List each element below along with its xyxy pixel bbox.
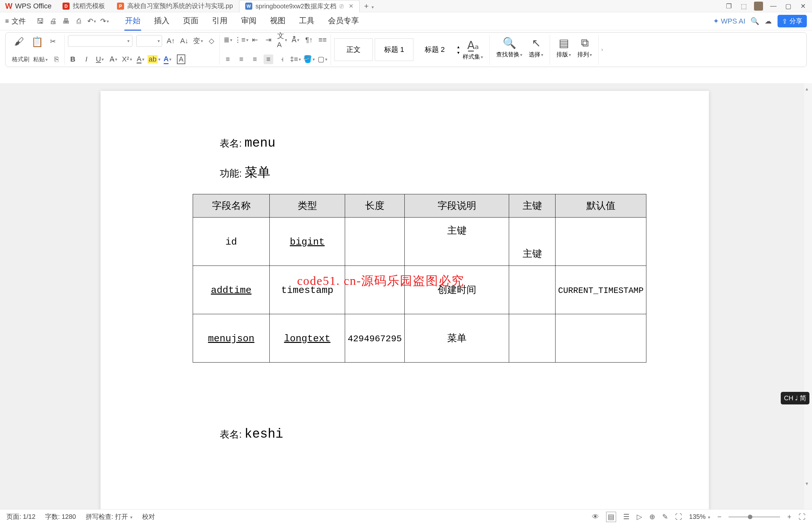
undo-icon[interactable]: ↶ ▾	[88, 17, 96, 26]
zoom-slider[interactable]	[729, 516, 780, 518]
copy-icon[interactable]: ⎘	[52, 54, 61, 64]
eye-icon[interactable]: 👁	[592, 513, 599, 521]
page-view-icon[interactable]: ▤	[606, 512, 616, 522]
tab-start[interactable]: 开始	[125, 12, 141, 31]
tab-member[interactable]: 会员专享	[327, 12, 360, 31]
new-tab-button[interactable]: + ▾	[360, 2, 378, 11]
tab-doc-active[interactable]: W springboote9xw2数据库文档 ⎚ ✕	[239, 0, 360, 12]
redo-icon[interactable]: ↷ ▾	[101, 17, 109, 26]
zoom-level[interactable]: 135% ▾	[689, 513, 711, 521]
page-indicator[interactable]: 页面: 1/12	[6, 512, 35, 521]
font-size-select[interactable]: ▾	[136, 35, 162, 47]
print-icon[interactable]: 🖶	[62, 17, 70, 26]
select-button[interactable]: ↖ 选择▾	[526, 35, 546, 64]
preview-icon[interactable]: ⎙	[75, 17, 83, 26]
export-icon[interactable]: 🖨	[49, 17, 57, 26]
tab-page[interactable]: 页面	[182, 12, 199, 31]
page[interactable]: code51. cn-源码乐园盗图必究 表名: menu 功能: 菜单 字段名称…	[101, 91, 709, 509]
styleset-button[interactable]: A̲ₐ 样式集▾	[460, 37, 486, 62]
align-left-icon[interactable]: ≡	[223, 54, 233, 64]
tab-tools[interactable]: 工具	[298, 12, 315, 31]
show-marks-icon[interactable]: ¶↑	[304, 35, 314, 45]
web-view-icon[interactable]: ⊕	[649, 513, 655, 521]
style-down-icon[interactable]: ▾	[457, 50, 460, 55]
phonetic-icon[interactable]: 变▾	[193, 36, 203, 46]
align-justify-icon[interactable]: ≡	[264, 54, 273, 64]
superscript-icon[interactable]: X²▾	[122, 54, 132, 64]
fit-width-icon[interactable]: ⛶	[675, 513, 682, 521]
italic-icon[interactable]: I	[82, 54, 91, 64]
share-button[interactable]: ⇪ 分享	[778, 15, 807, 28]
ruler-icon[interactable]: ✎	[662, 513, 668, 521]
tab-review[interactable]: 审阅	[241, 12, 257, 31]
fullscreen-icon[interactable]: ⛶	[798, 513, 806, 521]
style-up-icon[interactable]: ▴	[457, 44, 460, 49]
distribute-icon[interactable]: ⫞	[277, 54, 287, 64]
bullets-icon[interactable]: ≣▾	[223, 35, 233, 45]
text-direction-icon[interactable]: 文A▾	[277, 35, 287, 45]
style-heading1[interactable]: 标题 1	[375, 38, 413, 61]
save-icon[interactable]: 🖫	[36, 17, 45, 26]
underline-icon[interactable]: U▾	[95, 54, 105, 64]
scroll-down-icon[interactable]: ▾	[806, 480, 808, 487]
increase-indent-icon[interactable]: ⇥	[264, 35, 273, 45]
cut-icon[interactable]: ✂	[48, 37, 58, 46]
decrease-indent-icon[interactable]: ⇤	[250, 35, 260, 45]
outline-view-icon[interactable]: ☰	[623, 513, 630, 521]
close-window-icon[interactable]: ✕	[798, 2, 808, 11]
bold-icon[interactable]: B	[68, 54, 78, 64]
clear-format-icon[interactable]: ◇	[206, 36, 216, 46]
align-right-icon[interactable]: ≡	[250, 54, 260, 64]
maximize-icon[interactable]: ▢	[784, 2, 793, 11]
layout-icon: ▤	[559, 36, 569, 49]
font-color-icon[interactable]: A▾	[163, 54, 172, 64]
word-count[interactable]: 字数: 1280	[45, 512, 76, 521]
zoom-out-icon[interactable]: −	[717, 513, 722, 521]
ribbon-expand-icon[interactable]: ›	[601, 47, 603, 52]
columns-icon[interactable]: ≡≡	[318, 35, 327, 45]
tab-ppt[interactable]: P 高校自习室预约系统的设计与实现.pp	[111, 0, 239, 12]
scroll-up-icon[interactable]: ▴	[806, 86, 808, 92]
tab-docer[interactable]: D 找稻壳模板	[57, 0, 111, 12]
word-icon: W	[245, 3, 252, 10]
strike-icon[interactable]: A̵▾	[109, 54, 118, 64]
vertical-scrollbar[interactable]: ▴ ▾	[804, 83, 812, 509]
cube-icon[interactable]: ⬚	[739, 2, 748, 11]
spellcheck-status[interactable]: 拼写检查: 打开 ▾	[86, 512, 133, 521]
line-spacing-icon[interactable]: ‡≡▾	[291, 54, 300, 64]
numbering-icon[interactable]: ⋮≡▾	[236, 35, 246, 45]
paste-icon[interactable]: 📋	[30, 35, 44, 48]
border-icon[interactable]: ▢▾	[318, 54, 327, 64]
text-effect-icon[interactable]: A▾	[136, 54, 145, 64]
tab-insert[interactable]: 插入	[153, 12, 170, 31]
minimize-icon[interactable]: —	[769, 2, 778, 11]
file-menu[interactable]: ≡ 文件	[5, 16, 30, 26]
ime-badge[interactable]: CH ♩ 简	[781, 392, 809, 405]
highlight-icon[interactable]: ab▾	[149, 54, 159, 64]
find-replace-button[interactable]: 🔍 查找替换▾	[493, 35, 526, 64]
proofread-status[interactable]: 校对	[142, 512, 155, 521]
zoom-in-icon[interactable]: +	[787, 513, 791, 521]
layout-button[interactable]: ▤ 排版▾	[553, 35, 574, 64]
style-heading2[interactable]: 标题 2	[415, 38, 454, 61]
search-icon[interactable]: 🔍	[750, 17, 759, 26]
sort-icon[interactable]: Ā̂▾	[291, 35, 300, 45]
shading-icon[interactable]: 🪣▾	[304, 54, 314, 64]
style-normal[interactable]: 正文	[334, 38, 373, 61]
format-painter-icon[interactable]: 🖌	[12, 35, 26, 48]
close-icon[interactable]: ✕	[349, 3, 353, 10]
align-center-icon[interactable]: ≡	[236, 54, 246, 64]
paste-label[interactable]: 粘贴▾	[33, 55, 48, 63]
avatar[interactable]	[754, 2, 763, 11]
font-family-select[interactable]: ▾	[68, 35, 132, 47]
tab-view[interactable]: 视图	[269, 12, 286, 31]
reading-view-icon[interactable]: ▷	[637, 513, 642, 521]
grow-font-icon[interactable]: A↑	[166, 36, 176, 46]
char-border-icon[interactable]: A	[176, 54, 186, 64]
arrange-button[interactable]: ⧉ 排列▾	[574, 35, 595, 64]
cloud-icon[interactable]: ☁	[764, 17, 772, 26]
tab-reference[interactable]: 引用	[211, 12, 228, 31]
wps-ai-button[interactable]: ✦ WPS AI	[713, 17, 745, 26]
shrink-font-icon[interactable]: A↓	[180, 36, 189, 46]
window-copy-icon[interactable]: ❐	[724, 2, 733, 11]
